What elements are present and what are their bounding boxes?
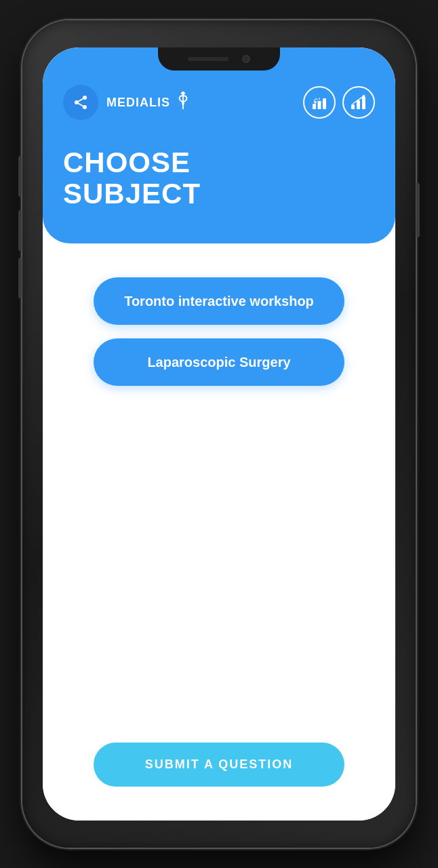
main-content: Toronto interactive workshop Laparoscopi… [43,243,395,743]
share-icon [73,94,89,111]
toronto-workshop-button[interactable]: Toronto interactive workshop [94,277,344,325]
svg-line-3 [79,104,83,106]
chart-icon [351,95,367,110]
svg-text:★★★: ★★★ [313,100,325,104]
svg-point-1 [75,100,79,104]
svg-rect-13 [362,97,365,109]
svg-rect-7 [313,104,316,109]
share-button[interactable] [63,85,98,120]
svg-point-14 [363,95,365,98]
top-bar: MEDIALIS [63,85,375,120]
app-name: MEDIALIS [106,96,170,110]
top-right-icons: ★★★ [303,86,375,119]
phone-notch [158,47,280,71]
svg-rect-11 [351,104,355,109]
leaderboard-button[interactable]: ★★★ [303,86,336,119]
svg-rect-12 [357,100,360,109]
svg-point-2 [83,105,87,109]
phone-screen: MEDIALIS [43,47,395,821]
stats-button[interactable] [342,86,375,119]
header-section: MEDIALIS [43,47,395,243]
svg-line-4 [79,99,83,102]
page-title: CHOOSE SUBJECT [63,147,375,210]
submit-question-button[interactable]: SUBMIT A QUESTION [94,743,344,787]
svg-point-0 [83,96,87,100]
speaker [188,57,228,61]
leaderboard-icon: ★★★ [311,94,327,111]
laparoscopic-surgery-button[interactable]: Laparoscopic Surgery [94,338,344,386]
logo-area: MEDIALIS [106,92,303,114]
camera [242,55,250,63]
phone-device: MEDIALIS [22,20,416,848]
caduceus-icon [176,92,191,114]
submit-area: SUBMIT A QUESTION [43,743,395,821]
